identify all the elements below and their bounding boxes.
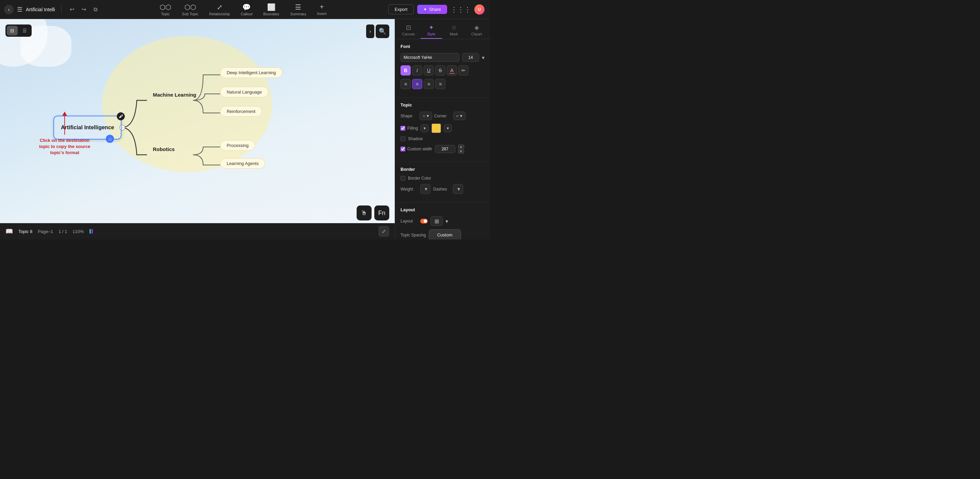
custom-width-checkbox-label: Custom width: [401, 146, 432, 151]
width-increment-button[interactable]: ▲: [458, 145, 464, 149]
filling-color-dropdown[interactable]: ▾: [444, 124, 452, 132]
align-left-button[interactable]: ≡: [401, 79, 411, 89]
list-view-button[interactable]: ☰: [19, 26, 30, 35]
width-decrement-button[interactable]: ▼: [458, 150, 464, 153]
tab-canvas[interactable]: ⊡ Canvas: [398, 22, 419, 39]
filling-checkbox[interactable]: [401, 126, 405, 130]
shadow-checkbox[interactable]: [401, 137, 405, 141]
canvas-search-button[interactable]: 🔍: [375, 24, 389, 38]
back-button[interactable]: ‹: [4, 5, 14, 14]
fullscreen-button[interactable]: ⤢: [379, 226, 389, 237]
apps-grid-icon[interactable]: ⋮⋮⋮: [450, 5, 471, 14]
fn-button[interactable]: Fn: [374, 205, 389, 220]
font-fill-button[interactable]: ✏: [458, 65, 469, 76]
canvas-bottom-right-buttons: 🖱 Fn: [356, 205, 389, 220]
view-toggle: ⊟ ☰: [5, 24, 32, 37]
border-color-checkbox[interactable]: [401, 176, 405, 181]
format-badge: 🖌: [117, 112, 125, 121]
layout-row: Layout ⊞ ▾: [401, 216, 485, 226]
tool-subtopic-label: Sub Topic: [182, 12, 198, 16]
font-family-row: Microsoft YaHei ▾: [401, 53, 485, 62]
tab-style[interactable]: ✦ Style: [421, 22, 442, 39]
sub-node-deep-intelligent[interactable]: Deep Intelligent Learning: [220, 67, 282, 78]
expand-badge: ⌂: [106, 135, 114, 143]
card-view-button[interactable]: ⊟: [7, 26, 18, 35]
font-size-dropdown-icon[interactable]: ▾: [482, 54, 485, 61]
tool-relationship[interactable]: ⤢ Relationship: [209, 3, 230, 16]
branch-machine-learning[interactable]: Machine Learning: [145, 88, 204, 101]
dashes-select[interactable]: ▾: [453, 184, 463, 194]
format-painter-button[interactable]: ⧉: [92, 5, 99, 14]
filling-color-type-select[interactable]: ▾: [421, 124, 429, 132]
bold-button[interactable]: B: [401, 65, 411, 76]
share-button[interactable]: ✦ Share: [417, 5, 447, 14]
canvas-area[interactable]: ⊟ ☰ › 🔍: [0, 19, 395, 240]
sub-node-reinforcement-label: Reinforcement: [227, 109, 256, 114]
tool-subtopic[interactable]: ⬡⬡ Sub Topic: [182, 3, 198, 16]
canvas-tab-label: Canvas: [402, 32, 415, 36]
user-avatar[interactable]: U: [474, 5, 485, 14]
subtopic-icon: ⬡⬡: [185, 3, 196, 11]
right-panel: ⊡ Canvas ✦ Style ☆ Mark ◈ Clipart Font: [395, 19, 490, 240]
filling-color-swatch[interactable]: [431, 124, 441, 133]
sub-node-learning-agents[interactable]: Learning Agents: [220, 158, 265, 169]
mouse-mode-button[interactable]: 🖱: [356, 205, 372, 220]
custom-width-checkbox[interactable]: [401, 146, 405, 151]
shadow-label: Shadow: [408, 137, 425, 141]
border-color-label: Border Color: [408, 176, 431, 181]
align-center-button[interactable]: ≡: [412, 79, 422, 89]
clipart-tab-label: Clipart: [471, 32, 482, 36]
tab-clipart[interactable]: ◈ Clipart: [466, 22, 487, 39]
shape-select[interactable]: ○ ▾: [420, 111, 432, 120]
layout-label: Layout: [401, 219, 417, 223]
sub-node-reinforcement[interactable]: Reinforcement: [220, 106, 262, 117]
font-family-select[interactable]: Microsoft YaHei: [401, 53, 460, 62]
font-color-button[interactable]: A: [447, 65, 457, 76]
clipart-tab-icon: ◈: [474, 24, 479, 31]
book-icon[interactable]: 📖: [5, 228, 13, 235]
topic-spacing-custom-button[interactable]: Custom: [429, 229, 461, 240]
font-size-input[interactable]: [462, 53, 479, 62]
tool-summary[interactable]: ☰ Summary: [290, 3, 306, 16]
align-justify-button[interactable]: ≡: [435, 79, 445, 89]
layout-toggle[interactable]: [420, 219, 428, 223]
layout-dropdown-icon[interactable]: ▾: [445, 218, 448, 224]
topic-spacing-label: Topic Spacing: [401, 233, 426, 237]
sub-node-processing[interactable]: Processing: [220, 140, 255, 151]
tool-callout[interactable]: 💬 Callout: [241, 3, 253, 16]
tool-insert[interactable]: + Insert: [317, 3, 327, 16]
custom-width-input[interactable]: [435, 145, 455, 153]
layout-icon-select[interactable]: ⊞: [430, 216, 443, 226]
undo-button[interactable]: ↩: [68, 5, 76, 14]
alignment-row: ≡ ≡ ≡ ≡: [401, 79, 485, 89]
panel-toggle-button[interactable]: ›: [366, 24, 374, 38]
tool-topic[interactable]: ⬡⬡ Topic: [159, 3, 171, 16]
tab-mark[interactable]: ☆ Mark: [443, 22, 465, 39]
sub-node-processing-label: Processing: [227, 143, 248, 148]
tool-boundary[interactable]: ⬜ Boundary: [263, 3, 279, 16]
export-button[interactable]: Export: [388, 5, 414, 14]
logo-bar-2: [92, 229, 93, 234]
weight-label: Weight: [401, 187, 417, 191]
font-color-indicator: [449, 73, 455, 74]
topic-section-title: Topic: [401, 102, 485, 108]
sub-node-natural-language-label: Natural Language: [227, 89, 262, 95]
font-section-title: Font: [401, 44, 485, 49]
redo-button[interactable]: ↪: [80, 5, 88, 14]
corner-select[interactable]: ⌐ ▾: [453, 111, 466, 120]
italic-button[interactable]: I: [412, 65, 422, 76]
relationship-icon: ⤢: [217, 3, 223, 11]
style-tab-icon: ✦: [429, 24, 434, 31]
corner-dropdown-icon: ▾: [460, 113, 463, 118]
tool-topic-label: Topic: [161, 12, 170, 16]
underline-button[interactable]: U: [424, 65, 434, 76]
strikethrough-button[interactable]: S: [435, 65, 445, 76]
toolbar-right: Export ✦ Share ⋮⋮⋮ U: [383, 5, 490, 14]
sub-node-learning-agents-label: Learning Agents: [227, 161, 259, 166]
weight-select[interactable]: ▾: [420, 184, 430, 194]
menu-icon[interactable]: ☰: [17, 6, 22, 13]
align-right-button[interactable]: ≡: [424, 79, 434, 89]
status-page-label: Page–1: [38, 229, 53, 234]
branch-robotics[interactable]: Robotics: [145, 143, 182, 156]
sub-node-natural-language[interactable]: Natural Language: [220, 87, 268, 97]
